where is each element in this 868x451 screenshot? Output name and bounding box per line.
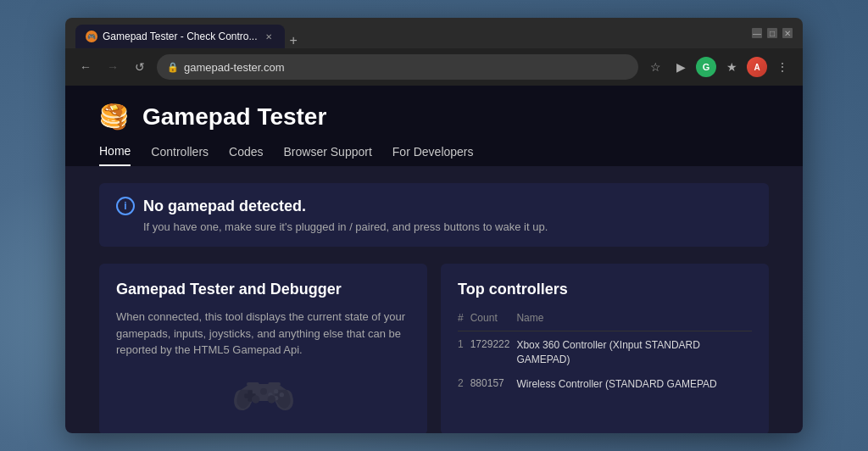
page-content: 🥞 Gamepad Tester Home Controllers Codes … xyxy=(65,86,803,433)
close-button[interactable]: ✕ xyxy=(782,28,793,38)
refresh-button[interactable]: ↺ xyxy=(130,57,150,77)
alert-title: No gamepad detected. xyxy=(143,198,306,215)
col-rank: # xyxy=(458,309,470,331)
top-controllers-table: # Count Name 1 1729222 Xbox 360 Controll… xyxy=(458,309,752,394)
new-tab-button[interactable]: + xyxy=(285,33,303,48)
nav-home[interactable]: Home xyxy=(99,144,131,166)
controller-illustration xyxy=(116,367,410,418)
svg-point-7 xyxy=(252,395,259,403)
lock-icon: 🔒 xyxy=(167,62,179,73)
site-header: 🥞 Gamepad Tester Home Controllers Codes … xyxy=(65,86,803,166)
nav-codes[interactable]: Codes xyxy=(229,145,263,165)
extension1-button[interactable]: ▶ xyxy=(670,57,691,77)
back-button[interactable]: ← xyxy=(75,57,96,77)
nav-controllers[interactable]: Controllers xyxy=(151,145,209,165)
row1-rank: 1 xyxy=(458,331,470,370)
site-title: Gamepad Tester xyxy=(142,103,326,131)
minimize-button[interactable]: — xyxy=(752,28,762,38)
svg-point-2 xyxy=(274,389,278,393)
svg-rect-9 xyxy=(247,382,259,386)
alert-header: i No gamepad detected. xyxy=(116,197,752,215)
row1-name: Xbox 360 Controller (XInput STANDARD GAM… xyxy=(516,331,752,370)
star-button[interactable]: ☆ xyxy=(645,57,665,77)
col-count: Count xyxy=(470,309,517,331)
title-bar: 🎮 Gamepad Tester - Check Contro... ✕ + —… xyxy=(65,18,803,48)
table-row: 1 1729222 Xbox 360 Controller (XInput ST… xyxy=(458,331,752,370)
row2-rank: 2 xyxy=(458,370,470,395)
svg-point-8 xyxy=(267,395,275,403)
row2-name: Wireless Controller (STANDARD GAMEPAD xyxy=(516,370,752,395)
nav-for-developers[interactable]: For Developers xyxy=(392,145,474,165)
nav-bar: ← → ↺ 🔒 gamepad-tester.com ☆ ▶ G ★ A ⋮ xyxy=(65,48,803,86)
nav-browser-support[interactable]: Browser Support xyxy=(284,145,372,165)
tab-close-button[interactable]: ✕ xyxy=(263,31,275,42)
logo-icon: 🥞 xyxy=(99,103,129,131)
alert-body: If you have one, make sure it's plugged … xyxy=(143,220,752,233)
left-card-title: Gamepad Tester and Debugger xyxy=(116,281,410,298)
nav-actions: ☆ ▶ G ★ A ⋮ xyxy=(645,57,793,77)
left-card: Gamepad Tester and Debugger When connect… xyxy=(99,264,427,433)
active-tab[interactable]: 🎮 Gamepad Tester - Check Contro... ✕ xyxy=(75,25,285,48)
right-card-title: Top controllers xyxy=(458,281,752,298)
extensions-button[interactable]: ★ xyxy=(721,57,742,77)
tab-area: 🎮 Gamepad Tester - Check Contro... ✕ + xyxy=(75,18,738,48)
profile-button[interactable]: A xyxy=(747,57,767,77)
extension2-button[interactable]: G xyxy=(696,57,716,77)
left-card-text: When connected, this tool displays the c… xyxy=(116,309,410,359)
forward-button[interactable]: → xyxy=(103,57,123,77)
svg-point-6 xyxy=(260,387,267,394)
tab-title: Gamepad Tester - Check Contro... xyxy=(103,31,258,42)
alert-box: i No gamepad detected. If you have one, … xyxy=(99,183,769,247)
row1-count: 1729222 xyxy=(470,331,517,370)
browser-window: 🎮 Gamepad Tester - Check Contro... ✕ + —… xyxy=(65,18,803,433)
main-content: i No gamepad detected. If you have one, … xyxy=(65,166,803,433)
svg-rect-10 xyxy=(268,382,281,386)
address-bar[interactable]: 🔒 gamepad-tester.com xyxy=(157,54,638,80)
row2-count: 880157 xyxy=(470,370,517,395)
url-text: gamepad-tester.com xyxy=(184,61,628,74)
maximize-button[interactable]: □ xyxy=(767,28,777,38)
two-column-layout: Gamepad Tester and Debugger When connect… xyxy=(99,264,769,433)
table-row: 2 880157 Wireless Controller (STANDARD G… xyxy=(458,370,752,395)
col-name: Name xyxy=(516,309,752,331)
logo-area: 🥞 Gamepad Tester xyxy=(99,103,769,131)
svg-point-3 xyxy=(279,393,283,397)
window-controls: — □ ✕ xyxy=(752,28,793,38)
menu-button[interactable]: ⋮ xyxy=(772,57,793,77)
tab-favicon: 🎮 xyxy=(86,31,97,42)
site-nav: Home Controllers Codes Browser Support F… xyxy=(99,144,769,166)
controller-svg xyxy=(230,367,298,418)
info-icon: i xyxy=(116,197,135,215)
right-card: Top controllers # Count Name 1 xyxy=(441,264,769,433)
